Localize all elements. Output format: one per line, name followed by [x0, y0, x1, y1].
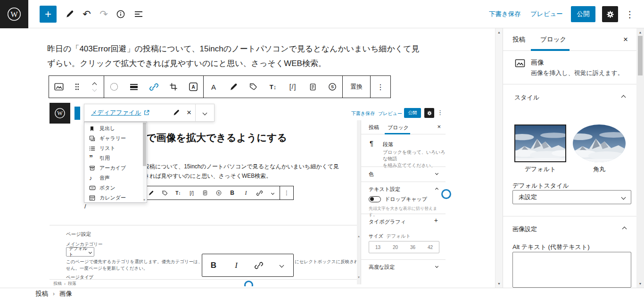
breadcrumb-post[interactable]: 投稿	[35, 290, 48, 298]
document-icon	[198, 186, 212, 199]
default-style-select[interactable]: 未設定	[512, 190, 631, 204]
embedded-sidebar: 投稿 ブロック × ¶ 段落 ブロックを使って、いろいろな物語 を組み立ててくだ…	[361, 120, 446, 284]
chevron-down-icon	[266, 186, 280, 199]
chevron-down-icon	[89, 250, 92, 254]
window-scrollbar[interactable]: ▲ ▼	[636, 28, 644, 288]
styles-section-title[interactable]: スタイル	[514, 93, 539, 102]
style-rounded-thumbnail[interactable]	[573, 125, 626, 162]
chevron-down-icon	[621, 195, 626, 199]
duotone-filter-button[interactable]: A	[183, 76, 203, 98]
embedded-typography-section: タイポグラフィ	[369, 218, 406, 225]
scroll-up-icon: ▲	[357, 235, 360, 238]
floating-format-toolbar: B I	[202, 254, 294, 277]
chevron-down-icon	[435, 265, 438, 268]
bold-button[interactable]: B	[202, 261, 225, 270]
drag-dots-icon	[74, 83, 80, 91]
letter-a-box-icon: A	[189, 82, 198, 91]
wordpress-logo[interactable]: W	[0, 0, 28, 28]
close-icon: ×	[437, 123, 441, 130]
close-sidebar-button[interactable]: ×	[623, 35, 628, 44]
active-tab-underline	[385, 133, 410, 134]
remove-link-button[interactable]: ×	[187, 108, 191, 117]
text-size-button[interactable]: T↕	[263, 76, 283, 98]
tag-button[interactable]	[243, 76, 263, 98]
list-icon	[89, 146, 99, 151]
tag-icon	[158, 186, 172, 199]
popover-expand-button[interactable]	[195, 104, 214, 121]
link-icon	[253, 186, 266, 199]
details-button[interactable]	[112, 6, 129, 23]
publish-button[interactable]: 公開	[571, 6, 595, 22]
alt-text-input[interactable]	[512, 252, 631, 288]
edit-link-button[interactable]	[173, 109, 180, 116]
chevron-up-icon	[621, 95, 626, 100]
mountain-photo	[573, 125, 626, 162]
embedded-size-row: サイズ デフォルト	[369, 233, 411, 240]
calendar-icon	[89, 195, 99, 201]
menu-item-list: リスト	[84, 143, 147, 153]
change-block-type-button[interactable]	[49, 76, 69, 98]
link-button[interactable]	[144, 76, 164, 98]
save-draft-button[interactable]: 下書き保存	[489, 10, 521, 18]
edit-mode-button[interactable]	[61, 6, 78, 23]
media-file-link[interactable]: メディアファイル	[91, 108, 141, 117]
embedded-sidebar-tabs: 投稿 ブロック ×	[361, 120, 446, 134]
add-block-button[interactable]: +	[40, 6, 57, 23]
image-block-toolbar: A A T↕ [/] S 置換 ⋮	[49, 75, 391, 98]
gear-icon	[606, 10, 615, 19]
bookmark-icon	[89, 126, 99, 132]
annotation-circle	[441, 189, 451, 199]
crop-icon	[169, 83, 178, 91]
post-paragraph[interactable]: 昨日の「403Error回避」の投稿について、15inchのノートパソコンで見る…	[47, 42, 457, 71]
active-tab-underline	[531, 49, 570, 51]
chevron-up-icon	[622, 227, 627, 232]
undo-button[interactable]: ↶	[78, 6, 95, 23]
strikethrough-button[interactable]: S	[322, 76, 342, 98]
more-formats-button[interactable]	[270, 264, 293, 267]
block-options-button[interactable]: ⋮	[371, 76, 390, 98]
breadcrumb-current[interactable]: 画像	[59, 290, 72, 298]
paragraph-mark-icon: ¶	[370, 139, 373, 147]
block-name: 画像	[531, 58, 544, 67]
scroll-down-icon[interactable]: ▼	[495, 282, 503, 285]
settings-sidebar: 投稿 ブロック × 画像 画像を挿入し、視覚に訴えます。 スタイル	[503, 28, 636, 288]
scroll-down-icon[interactable]: ▼	[636, 282, 644, 285]
shortcode-button[interactable]: [/]	[283, 76, 303, 98]
tab-block[interactable]: ブロック	[540, 35, 566, 44]
style-default-thumbnail[interactable]	[514, 125, 566, 162]
move-down-icon	[92, 87, 97, 91]
link-button[interactable]	[248, 261, 270, 270]
redo-button[interactable]: ↷	[95, 6, 112, 23]
kebab-icon: ⋮	[280, 186, 293, 199]
image-settings-section-title[interactable]: 画像設定	[512, 225, 537, 233]
scroll-up-icon[interactable]: ▲	[495, 31, 503, 34]
highlight-color-button[interactable]: A	[204, 76, 223, 98]
shortcode-icon: [/]	[185, 186, 198, 199]
embedded-body-line: きれば見やすいのにと思い、さっそくWEB検索。	[144, 172, 272, 180]
alignment-button[interactable]	[124, 76, 144, 98]
tab-post[interactable]: 投稿	[512, 35, 525, 44]
document-icon	[309, 83, 317, 91]
image-link-popover: メディアファイル ×	[84, 104, 215, 122]
options-menu-button[interactable]: ⋮	[621, 6, 638, 23]
edit-image-button[interactable]	[223, 76, 243, 98]
list-view-icon	[134, 9, 143, 19]
mask-tool-button[interactable]	[104, 76, 124, 98]
note-button[interactable]	[303, 76, 322, 98]
replace-button[interactable]: 置換	[343, 76, 370, 98]
block-mover[interactable]	[85, 76, 104, 98]
divider	[361, 182, 446, 182]
preview-button[interactable]: プレビュー	[530, 10, 563, 18]
list-view-button[interactable]	[130, 6, 147, 23]
drag-handle[interactable]	[69, 76, 85, 98]
settings-button[interactable]	[602, 6, 618, 22]
italic-button[interactable]: I	[225, 261, 248, 270]
canvas-scrollbar[interactable]: ▲ ▼	[495, 28, 503, 288]
scroll-up-icon[interactable]: ▲	[636, 31, 644, 34]
gear-icon	[427, 110, 432, 116]
crop-button[interactable]	[164, 76, 183, 98]
window-scrollbar-thumb[interactable]	[638, 36, 643, 75]
dotted-circle-icon	[110, 83, 118, 91]
chevron-up-icon	[435, 188, 438, 191]
embedded-category-help: にセレクトボックスに反映されま	[295, 259, 363, 265]
